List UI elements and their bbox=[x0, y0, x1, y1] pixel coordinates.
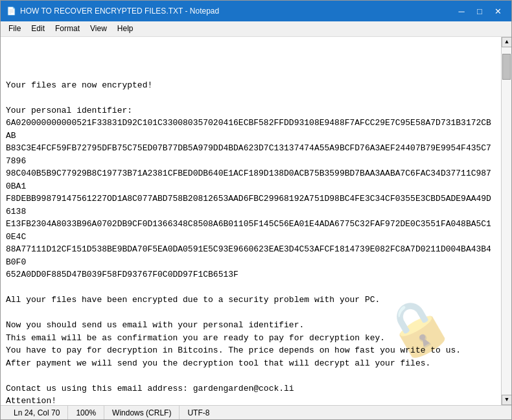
menu-bar: File Edit Format View Help bbox=[1, 21, 511, 37]
line-col-text: Ln 24, Col 70 bbox=[14, 408, 60, 417]
window-title: HOW TO RECOVER ENCRYPTED FILES.TXT - Not… bbox=[20, 6, 219, 16]
app-icon: 📄 bbox=[6, 6, 16, 16]
scroll-down-button[interactable]: ▼ bbox=[502, 395, 511, 405]
scroll-up-button[interactable]: ▲ bbox=[502, 37, 511, 47]
status-encoding: UTF-8 bbox=[180, 406, 217, 419]
menu-view[interactable]: View bbox=[85, 23, 112, 34]
line-ending-text: Windows (CRLF) bbox=[112, 408, 171, 417]
menu-file[interactable]: File bbox=[3, 23, 26, 34]
maximize-button[interactable]: □ bbox=[471, 5, 488, 18]
minimize-button[interactable]: ─ bbox=[453, 5, 470, 18]
notepad-window: 📄 HOW TO RECOVER ENCRYPTED FILES.TXT - N… bbox=[0, 0, 512, 420]
close-button[interactable]: ✕ bbox=[489, 5, 506, 18]
scroll-track[interactable] bbox=[502, 47, 511, 395]
text-body: Your files are now encrypted! Your perso… bbox=[6, 79, 496, 406]
title-buttons: ─ □ ✕ bbox=[453, 5, 506, 18]
text-editor[interactable]: 🔒 Your files are now encrypted! Your per… bbox=[1, 37, 501, 405]
status-bar: Ln 24, Col 70 100% Windows (CRLF) UTF-8 bbox=[1, 405, 511, 419]
editor-area: 🔒 Your files are now encrypted! Your per… bbox=[1, 37, 511, 405]
vertical-scrollbar[interactable]: ▲ ▼ bbox=[501, 37, 511, 405]
status-zoom: 100% bbox=[68, 406, 104, 419]
title-bar-left: 📄 HOW TO RECOVER ENCRYPTED FILES.TXT - N… bbox=[6, 6, 219, 16]
menu-format[interactable]: Format bbox=[50, 23, 85, 34]
menu-help[interactable]: Help bbox=[112, 23, 139, 34]
encoding-text: UTF-8 bbox=[187, 408, 209, 417]
scroll-thumb[interactable] bbox=[502, 54, 511, 80]
status-line-col: Ln 24, Col 70 bbox=[6, 406, 68, 419]
status-line-ending: Windows (CRLF) bbox=[104, 406, 180, 419]
menu-edit[interactable]: Edit bbox=[26, 23, 50, 34]
zoom-text: 100% bbox=[76, 408, 96, 417]
title-bar: 📄 HOW TO RECOVER ENCRYPTED FILES.TXT - N… bbox=[1, 1, 511, 21]
